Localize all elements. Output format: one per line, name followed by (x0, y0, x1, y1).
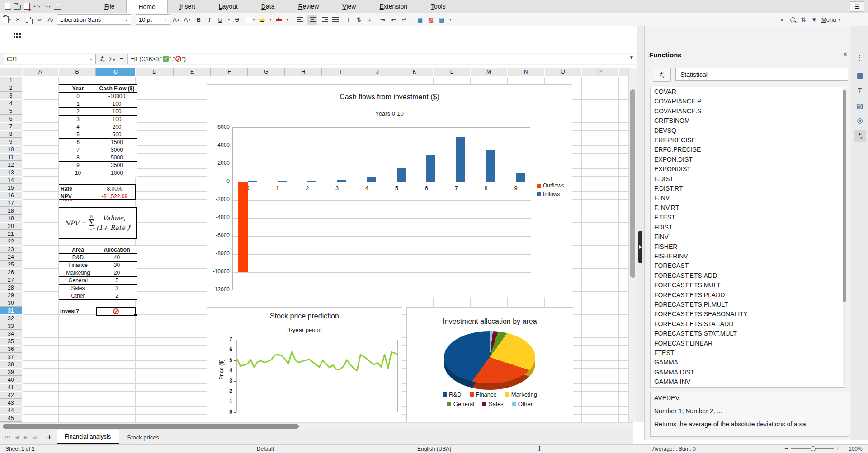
inflow-bar[interactable] (426, 155, 435, 182)
unmerge-cells-button[interactable]: ▤ (438, 15, 445, 25)
row-header-42[interactable]: 42 (0, 392, 22, 399)
table-cell[interactable]: Sales (59, 285, 97, 292)
table-cell[interactable]: 1500 (97, 139, 137, 146)
row-header-19[interactable]: 19 (0, 215, 22, 222)
next-sheet-icon[interactable]: ▶ (24, 434, 28, 440)
row-header-9[interactable]: 9 (0, 138, 22, 145)
copy-button[interactable] (25, 15, 33, 25)
row-header-8[interactable]: 8 (0, 131, 22, 138)
font-name-combobox[interactable]: Liberation Sans⌄ (57, 14, 131, 25)
row-header-11[interactable]: 11 (0, 154, 22, 161)
invest-label-cell[interactable]: Invest? (60, 307, 96, 315)
align-left-button[interactable] (297, 15, 304, 25)
pie-body[interactable] (444, 331, 535, 383)
row-header-3[interactable]: 3 (0, 92, 22, 99)
column-header-G[interactable]: G (248, 68, 285, 76)
table-cell[interactable]: Finance (59, 262, 97, 269)
merge-cells-button[interactable]: ▩ (427, 15, 434, 25)
horizontal-scrollbar[interactable] (0, 422, 633, 430)
align-center-button[interactable] (307, 15, 317, 25)
table-cell[interactable]: Other (59, 292, 97, 300)
table-cell[interactable]: 20 (97, 269, 137, 277)
npv-formula-image[interactable]: NPV =NΣi=0Valuesi(1+ Rate )i (59, 207, 137, 239)
function-wizard-button[interactable]: fx (653, 68, 671, 82)
table-cell[interactable]: 9 (59, 162, 97, 169)
function-item-critbinom[interactable]: CRITBINOM (651, 116, 846, 126)
function-item-f.test[interactable]: F.TEST (651, 213, 846, 222)
row-header-21[interactable]: 21 (0, 230, 22, 238)
inflow-bar[interactable] (278, 181, 287, 182)
column-header-A[interactable]: A (23, 68, 58, 76)
sidebar-splitter[interactable] (637, 26, 645, 422)
table-cell[interactable]: 3000 (97, 146, 137, 154)
inflow-bar[interactable] (516, 173, 525, 182)
row-header-44[interactable]: 44 (0, 407, 22, 414)
zoom-slider-knob[interactable] (811, 446, 816, 451)
increase-font-size-button[interactable]: A▲ (173, 15, 180, 25)
clear-formatting-button[interactable]: Ax (47, 15, 54, 25)
wrap-text-button[interactable]: ↵ (401, 15, 408, 25)
gallery-deck-icon[interactable]: ▨ (854, 100, 866, 112)
menu-tab-home[interactable]: Home (126, 0, 167, 13)
row-header-4[interactable]: 4 (0, 100, 22, 107)
function-item-erf.precise[interactable]: ERF.PRECISE (651, 135, 846, 145)
save-icon[interactable] (24, 2, 30, 10)
row-header-35[interactable]: 35 (0, 338, 22, 345)
align-bottom-button[interactable]: ⤓ (366, 15, 373, 25)
row-header-41[interactable]: 41 (0, 384, 22, 391)
table-cell[interactable]: 5 (97, 277, 137, 285)
row-header-45[interactable]: 45 (0, 415, 22, 422)
row-header-17[interactable]: 17 (0, 200, 22, 207)
row-header-39[interactable]: 39 (0, 369, 22, 376)
autosum-icon[interactable]: Σ▾ (109, 56, 115, 62)
function-item-fdist[interactable]: FDIST (651, 223, 846, 232)
line-chart[interactable]: Stock price prediction3-year periodPrice… (207, 307, 402, 422)
table-cell[interactable]: 40 (97, 254, 137, 262)
inflow-bar[interactable] (486, 150, 495, 182)
column-header-B[interactable]: B (59, 68, 96, 76)
sort-icon[interactable]: ⇅ (800, 15, 807, 25)
formula-input[interactable]: =IF(C16>0,"✓","") (127, 54, 642, 64)
page-style-status[interactable]: Default (257, 446, 274, 452)
language-status[interactable]: English (USA) (417, 446, 451, 452)
horizontal-scrollbar-thumb[interactable] (3, 424, 299, 429)
zoom-level[interactable]: 100% (849, 446, 863, 452)
styles-deck-icon[interactable]: T (854, 84, 866, 96)
open-file-icon[interactable] (14, 2, 21, 10)
rate-label-cell[interactable]: Rate (61, 185, 96, 192)
row-header-23[interactable]: 23 (0, 246, 22, 253)
column-header-N[interactable]: N (508, 68, 544, 76)
align-top-button[interactable]: ⤒ (344, 15, 352, 25)
table-cell[interactable]: 8 (59, 154, 97, 162)
row-header-15[interactable]: 15 (0, 184, 22, 191)
npv-value-cell[interactable]: -$1,522.09 (97, 192, 132, 200)
strikethrough-button[interactable]: S (233, 15, 241, 25)
menu-tab-extension[interactable]: Extension (368, 0, 419, 13)
table-cell[interactable]: 0 (59, 93, 97, 100)
bold-button[interactable]: B (195, 15, 202, 25)
function-item-gamma[interactable]: GAMMA (651, 358, 846, 367)
rate-npv-block[interactable]: Rate8.00%NPV-$1,522.09 (59, 184, 136, 200)
row-header-27[interactable]: 27 (0, 276, 22, 284)
row-header-31[interactable]: 31 (0, 307, 22, 314)
new-document-icon[interactable] (5, 2, 10, 10)
justify-button[interactable] (332, 15, 339, 25)
row-header-26[interactable]: 26 (0, 269, 22, 276)
npv-label-cell[interactable]: NPV (61, 192, 96, 200)
row-header-24[interactable]: 24 (0, 253, 22, 261)
vertical-scrollbar-thumb[interactable] (630, 89, 635, 278)
row-header-6[interactable]: 6 (0, 115, 22, 122)
function-item-covariance.p[interactable]: COVARIANCE.P (651, 97, 846, 106)
function-list-scrollbar-thumb[interactable] (843, 90, 846, 302)
table-cell[interactable]: 1000 (97, 169, 137, 177)
spreadsheet-grid[interactable]: ABCDEFGHIJKLMNOP123456789101112131415161… (0, 68, 628, 422)
function-category-dropdown[interactable]: Statistical⌄ (675, 68, 848, 81)
menu-tab-data[interactable]: Data (250, 0, 287, 13)
inflow-bar[interactable] (397, 168, 406, 182)
table-cell[interactable]: R&D (59, 254, 97, 262)
last-sheet-icon[interactable]: ⏭ (32, 434, 37, 440)
column-header-O[interactable]: O (545, 68, 581, 76)
decrease-indent-button[interactable]: ⇤ (390, 15, 397, 25)
table-cell[interactable]: General (59, 277, 97, 285)
equals-icon[interactable]: = (119, 56, 123, 62)
